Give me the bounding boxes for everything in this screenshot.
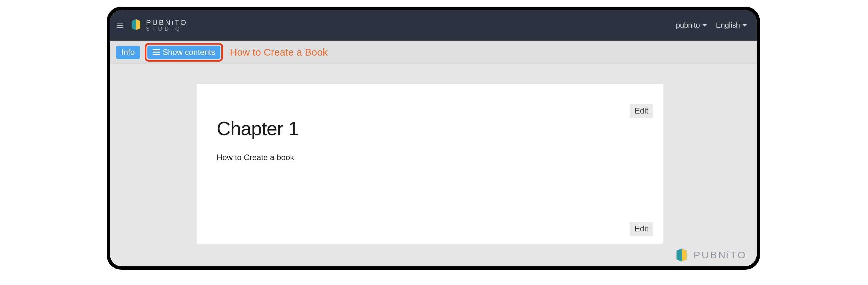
brand-line2: STUDIO bbox=[146, 26, 187, 32]
chapter-body: How to Create a book bbox=[217, 153, 643, 162]
chapter-title: Chapter 1 bbox=[217, 117, 643, 140]
hamburger-menu-button[interactable] bbox=[110, 21, 130, 30]
show-contents-button[interactable]: Show contents bbox=[147, 46, 220, 59]
sub-toolbar: Info Show contents How to Create a Book bbox=[110, 41, 757, 64]
language-menu-label: English bbox=[716, 21, 740, 30]
edit-button-bottom[interactable]: Edit bbox=[630, 222, 653, 236]
user-menu-dropdown[interactable]: pubnito bbox=[676, 21, 707, 30]
brand-watermark-text: PUBNiTO bbox=[694, 249, 747, 261]
list-icon bbox=[153, 49, 160, 55]
book-title: How to Create a Book bbox=[230, 47, 327, 58]
content-page: Edit Chapter 1 How to Create a book Edit bbox=[197, 84, 663, 244]
book-icon bbox=[674, 247, 689, 263]
svg-marker-4 bbox=[136, 19, 140, 30]
brand-line1: PUBNiTO bbox=[146, 19, 187, 26]
app-window: PUBNiTO STUDIO pubnito English bbox=[110, 10, 757, 266]
topbar-right: pubnito English bbox=[676, 21, 757, 30]
svg-marker-5 bbox=[132, 19, 136, 30]
topbar: PUBNiTO STUDIO pubnito English bbox=[110, 10, 757, 41]
info-button[interactable]: Info bbox=[116, 46, 140, 59]
hamburger-icon bbox=[116, 21, 124, 30]
stage: PUBNiTO STUDIO pubnito English bbox=[0, 0, 868, 285]
caret-down-icon bbox=[743, 24, 747, 27]
svg-marker-8 bbox=[677, 248, 682, 261]
show-contents-highlight: Show contents bbox=[145, 43, 223, 62]
work-area: Edit Chapter 1 How to Create a book Edit… bbox=[110, 64, 757, 266]
language-menu-dropdown[interactable]: English bbox=[716, 21, 747, 30]
device-frame: PUBNiTO STUDIO pubnito English bbox=[107, 7, 760, 270]
edit-button-top[interactable]: Edit bbox=[630, 104, 653, 118]
svg-marker-7 bbox=[682, 248, 687, 261]
brand-text: PUBNiTO STUDIO bbox=[146, 19, 187, 32]
show-contents-label: Show contents bbox=[163, 47, 215, 57]
brand-watermark: PUBNiTO bbox=[674, 247, 747, 263]
user-menu-label: pubnito bbox=[676, 21, 700, 30]
caret-down-icon bbox=[703, 24, 707, 27]
book-icon bbox=[130, 18, 142, 33]
brand-logo: PUBNiTO STUDIO bbox=[130, 18, 187, 33]
